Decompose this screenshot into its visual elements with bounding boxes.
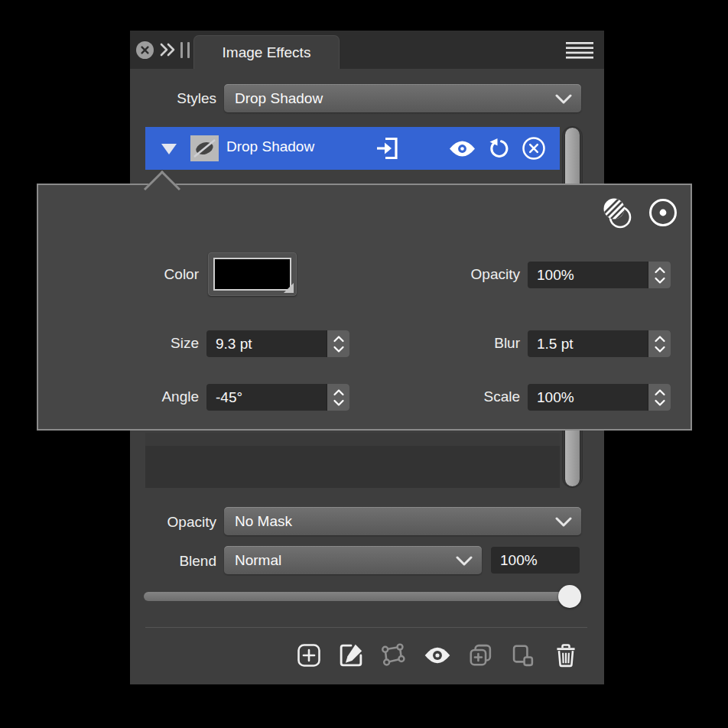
mask-dropdown-value: No Mask — [235, 513, 292, 529]
disclosure-button[interactable] — [161, 142, 177, 158]
stepper-chevrons-icon — [654, 266, 666, 284]
styles-dropdown[interactable]: Drop Shadow — [224, 84, 581, 112]
handle-bar-icon — [180, 42, 183, 58]
size-label: Size — [69, 333, 199, 353]
hatched-circles-icon — [603, 197, 633, 231]
dot-circle-icon — [648, 197, 678, 228]
blur-field[interactable]: 1.5 pt — [528, 330, 671, 357]
scale-field[interactable]: 100% — [528, 384, 671, 411]
toggle-styles-visibility-button[interactable] — [423, 641, 452, 670]
effect-name: Drop Shadow — [226, 138, 314, 155]
swatch-corner-triangle-icon — [284, 283, 294, 293]
panel-menu-button[interactable] — [566, 42, 593, 62]
mesh-warp-button[interactable] — [379, 641, 408, 670]
stepper-chevrons-icon — [654, 388, 666, 407]
arrow-into-bracket-icon — [375, 135, 400, 161]
copy-rects-icon — [509, 642, 536, 669]
delete-style-button[interactable] — [551, 641, 580, 670]
handle-bar-icon — [187, 42, 190, 58]
blend-opacity-field[interactable]: 100% — [491, 547, 580, 574]
knockout-toggle-button[interactable] — [603, 197, 633, 234]
quad-nodes-icon — [379, 642, 407, 669]
angle-value: -45° — [216, 389, 242, 405]
color-swatch[interactable] — [208, 252, 297, 296]
duplicate-style-button[interactable] — [466, 641, 495, 670]
chevron-down-icon — [555, 94, 572, 104]
blur-value: 1.5 pt — [537, 336, 574, 352]
mask-opacity-label: Opacity — [130, 512, 216, 532]
eye-icon — [448, 140, 476, 158]
blend-label: Blend — [130, 551, 216, 571]
styles-list-row[interactable] — [145, 433, 560, 446]
remove-effect-button[interactable] — [522, 136, 546, 164]
opacity-slider-track[interactable] — [144, 592, 579, 601]
shadow-thumbnail-icon — [190, 135, 219, 161]
styles-list-area[interactable] — [145, 446, 560, 488]
chevron-down-icon — [456, 556, 473, 566]
size-field[interactable]: 9.3 pt — [206, 330, 349, 357]
drop-shadow-popover: Color Opacity 100% Size 9.3 pt Blur 1.5 … — [37, 184, 692, 431]
close-panel-button[interactable] — [136, 41, 154, 59]
triangle-down-icon — [161, 142, 177, 155]
stepper-chevrons-icon — [333, 335, 345, 353]
tab-image-effects[interactable]: Image Effects — [193, 35, 340, 69]
stepper-chevrons-icon — [654, 335, 666, 353]
mask-dropdown[interactable]: No Mask — [224, 507, 581, 535]
opacity-slider-handle[interactable] — [558, 585, 581, 608]
hamburger-menu-icon — [566, 42, 593, 59]
toolbar-divider — [145, 627, 587, 628]
reset-icon — [487, 137, 509, 160]
blend-mode-dropdown[interactable]: Normal — [224, 546, 482, 574]
styles-dropdown-value: Drop Shadow — [235, 90, 323, 106]
opacity-field[interactable]: 100% — [528, 262, 671, 288]
copy-format-button[interactable] — [508, 641, 537, 670]
edit-pencil-icon — [337, 642, 365, 669]
chevron-down-icon — [555, 517, 572, 527]
effect-thumbnail — [190, 135, 219, 164]
styles-label: Styles — [130, 89, 216, 109]
plus-square-icon — [295, 642, 323, 669]
color-label: Color — [69, 265, 199, 284]
color-swatch-fill — [213, 258, 291, 291]
eye-icon — [423, 641, 452, 670]
opacity-label: Opacity — [390, 265, 520, 284]
edit-style-button[interactable] — [336, 641, 366, 670]
trash-icon — [552, 642, 580, 669]
radial-toggle-button[interactable] — [648, 197, 678, 231]
blur-stepper[interactable] — [648, 330, 671, 357]
size-stepper[interactable] — [327, 330, 349, 357]
scale-stepper[interactable] — [648, 384, 671, 411]
reset-effect-button[interactable] — [487, 137, 509, 163]
angle-field[interactable]: -45° — [206, 384, 349, 411]
scale-label: Scale — [390, 387, 520, 407]
blend-opacity-value: 100% — [500, 552, 538, 568]
opacity-stepper[interactable] — [648, 262, 671, 288]
circle-x-icon — [522, 136, 546, 161]
toggle-visibility-button[interactable] — [448, 140, 476, 161]
close-icon — [136, 41, 154, 59]
panel-drag-handle[interactable] — [180, 42, 194, 61]
tab-label: Image Effects — [223, 44, 311, 61]
effect-row-drop-shadow[interactable]: Drop Shadow — [145, 127, 560, 170]
stepper-chevrons-icon — [333, 388, 345, 407]
duplicate-plus-icon — [466, 642, 494, 669]
blend-mode-value: Normal — [235, 552, 281, 568]
panel-titlebar: Image Effects — [130, 31, 604, 69]
collapse-panel-button[interactable] — [158, 42, 177, 60]
blur-label: Blur — [390, 333, 520, 353]
angle-stepper[interactable] — [327, 384, 349, 411]
scale-value: 100% — [537, 389, 574, 405]
add-style-button[interactable] — [294, 641, 323, 670]
apply-to-layer-button[interactable] — [375, 135, 400, 164]
size-value: 9.3 pt — [216, 336, 252, 352]
double-chevron-right-icon — [158, 42, 177, 57]
angle-label: Angle — [69, 387, 199, 407]
opacity-value: 100% — [537, 267, 574, 283]
